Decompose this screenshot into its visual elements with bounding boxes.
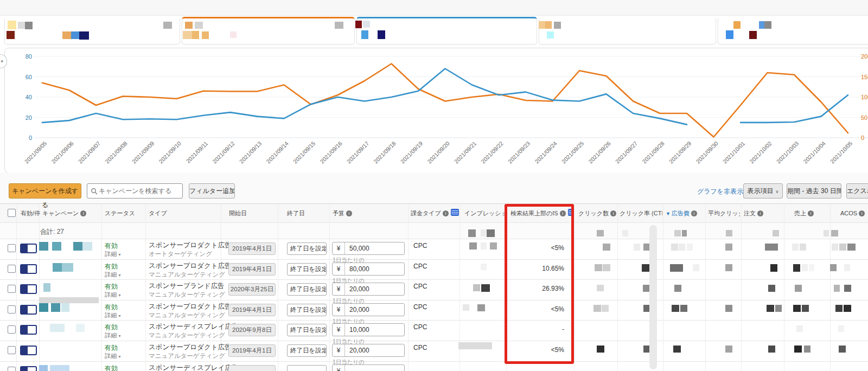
campaign-search-box[interactable] — [87, 183, 183, 199]
select-all-checkbox[interactable] — [8, 209, 16, 217]
col-header-campaign[interactable]: キャンペーンi — [42, 208, 101, 219]
currency-symbol: ¥ — [333, 324, 345, 336]
targeting-type: マニュアルターゲティング — [149, 291, 220, 299]
col-header-avgcpc[interactable]: 平均クリック単価 — [708, 208, 740, 219]
campaign-type: スポンサーディスプレイ広告 — [149, 322, 220, 331]
enable-toggle[interactable] — [20, 346, 37, 355]
metric-card-2[interactable] — [182, 17, 355, 44]
enable-toggle[interactable] — [20, 244, 37, 253]
start-date-button[interactable]: 2019年4月1日 — [228, 344, 276, 357]
col-header-label: 終了日 — [287, 210, 305, 216]
budget-input[interactable]: ¥10,000 — [332, 323, 405, 336]
export-button[interactable]: エクスポート — [846, 183, 868, 199]
end-date-button[interactable]: 終了日を設定し — [287, 324, 327, 336]
enable-toggle[interactable] — [20, 366, 37, 371]
redacted-content — [733, 21, 741, 29]
details-dropdown[interactable]: 詳細▼ — [105, 352, 137, 360]
details-dropdown[interactable]: 詳細▼ — [105, 271, 137, 278]
redacted-content — [230, 31, 237, 38]
end-date-button[interactable] — [287, 365, 327, 371]
series-blue-series-line — [741, 95, 848, 123]
info-icon[interactable]: i — [808, 210, 814, 216]
info-icon[interactable]: i — [346, 210, 352, 216]
visible-columns-button[interactable]: 表示項目∨ — [743, 183, 783, 199]
metric-card-4[interactable] — [539, 17, 716, 44]
metric-card-1[interactable] — [4, 17, 180, 44]
col-header-orders[interactable]: 注文i — [744, 208, 783, 219]
end-date-button[interactable]: 終了日を設定し — [287, 344, 327, 357]
start-date-button[interactable] — [228, 365, 276, 371]
redacted-content — [670, 264, 683, 272]
col-header-end[interactable]: 終了日 — [287, 208, 329, 219]
budget-input[interactable]: ¥20,000 — [332, 344, 405, 357]
date-range-button[interactable]: 期間 - 過去 30 日間 — [787, 183, 841, 199]
x-axis-date-label: 2021/10/03 — [775, 140, 800, 165]
col-header-ctr[interactable]: クリック率 (CTR) — [620, 208, 662, 219]
budget-input[interactable]: ¥20,000 — [332, 303, 405, 316]
chevron-down-icon: ▼ — [118, 334, 122, 338]
budget-input[interactable]: ¥20,000 — [332, 283, 405, 296]
info-icon[interactable]: i — [610, 210, 616, 216]
x-axis-date-label: 2021/09/22 — [480, 140, 505, 165]
start-date-button[interactable]: 2020年3月25日 — [228, 283, 276, 296]
col-header-type[interactable]: タイプ — [149, 208, 221, 219]
redacted-content — [680, 305, 687, 312]
enable-toggle[interactable] — [20, 305, 37, 315]
col-header-budget[interactable]: 予算i — [333, 208, 408, 219]
enable-toggle[interactable] — [20, 264, 37, 274]
add-filter-button[interactable]: フィルター追加∨ — [189, 183, 235, 199]
x-axis-date-label: 2021/09/26 — [587, 140, 612, 165]
col-header-start[interactable]: 開始日 — [229, 208, 278, 219]
col-header-charge[interactable]: 課金タイプi — [411, 208, 459, 219]
start-date-button[interactable]: 2019年4月1日 — [228, 263, 276, 276]
col-header-toggle[interactable]: 有効/停 — [21, 208, 41, 219]
targeting-type: マニュアルターゲティング — [149, 311, 220, 319]
col-header-sales[interactable]: 売上i — [794, 208, 829, 219]
table-scrollbar[interactable] — [649, 225, 657, 369]
row-checkbox[interactable] — [8, 305, 16, 314]
row-checkbox[interactable] — [8, 285, 16, 293]
end-date-button[interactable]: 終了日を設定し — [287, 283, 327, 296]
table-summary-row — [0, 222, 868, 239]
row-checkbox[interactable] — [8, 367, 16, 371]
col-header-label: 注文 — [744, 210, 756, 216]
info-icon[interactable]: i — [691, 210, 697, 216]
create-campaign-button[interactable]: キャンペーンを作成する — [9, 183, 81, 199]
row-checkbox[interactable] — [8, 265, 16, 273]
col-header-acos[interactable]: ACOSi — [840, 208, 867, 219]
x-axis-date-label: 2021/10/02 — [748, 140, 773, 165]
enable-toggle[interactable] — [20, 284, 37, 294]
budget-input[interactable]: ¥ — [332, 364, 405, 371]
info-icon[interactable]: i — [757, 210, 763, 216]
col-header-status[interactable]: ステータス — [105, 208, 145, 219]
search-input[interactable] — [98, 187, 176, 195]
start-date-button[interactable]: 2019年4月1日 — [228, 242, 276, 255]
info-icon[interactable]: i — [80, 210, 86, 216]
end-date-button[interactable]: 終了日を設定し — [287, 242, 327, 255]
end-date-button[interactable]: 終了日を設定し — [287, 304, 327, 316]
currency-symbol: ¥ — [333, 365, 345, 371]
info-icon[interactable]: i — [443, 210, 449, 216]
row-checkbox[interactable] — [8, 325, 16, 334]
end-date-button[interactable]: 終了日を設定し — [287, 263, 327, 276]
row-checkbox[interactable] — [8, 244, 16, 252]
details-dropdown[interactable]: 詳細▼ — [105, 311, 137, 319]
details-dropdown[interactable]: 詳細▼ — [105, 291, 137, 298]
info-icon[interactable]: i — [859, 210, 865, 216]
redacted-content — [838, 325, 844, 332]
x-axis-date-label: 2021/09/12 — [211, 140, 236, 165]
hide-graph-link[interactable]: グラフを非表示 — [697, 187, 743, 196]
budget-input[interactable]: ¥50,000 — [332, 242, 405, 255]
start-date-button[interactable]: 2019年4月1日 — [228, 304, 276, 316]
start-date-button[interactable]: 2020年9月8日 — [228, 324, 276, 336]
row-checkbox[interactable] — [8, 346, 16, 354]
redacted-content — [768, 346, 775, 353]
col-header-impressions[interactable]: インプレッション — [464, 208, 506, 219]
col-header-spend[interactable]: ▼広告費i — [666, 208, 705, 219]
budget-value: 50,000 — [345, 242, 369, 254]
enable-toggle[interactable] — [20, 325, 37, 335]
details-dropdown[interactable]: 詳細▼ — [105, 331, 137, 339]
details-dropdown[interactable]: 詳細▼ — [105, 250, 137, 258]
col-header-clicks[interactable]: クリック数i — [578, 208, 617, 219]
budget-input[interactable]: ¥80,000 — [332, 263, 405, 276]
